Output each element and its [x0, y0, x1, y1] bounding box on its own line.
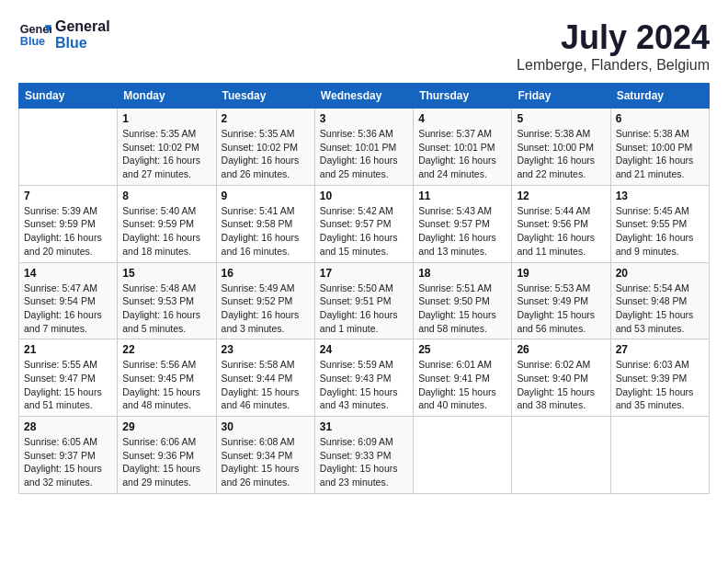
calendar-cell: 31Sunrise: 6:09 AM Sunset: 9:33 PM Dayli…: [314, 417, 413, 494]
day-info: Sunrise: 5:47 AM Sunset: 9:54 PM Dayligh…: [24, 282, 112, 336]
day-info: Sunrise: 5:35 AM Sunset: 10:02 PM Daylig…: [122, 127, 210, 181]
day-number: 28: [24, 420, 112, 433]
day-number: 10: [320, 190, 408, 202]
day-info: Sunrise: 5:36 AM Sunset: 10:01 PM Daylig…: [320, 127, 408, 181]
day-number: 20: [616, 267, 704, 280]
day-info: Sunrise: 5:37 AM Sunset: 10:01 PM Daylig…: [418, 127, 506, 181]
calendar-cell: 21Sunrise: 5:55 AM Sunset: 9:47 PM Dayli…: [19, 339, 118, 417]
day-number: 11: [418, 190, 506, 202]
day-info: Sunrise: 5:41 AM Sunset: 9:58 PM Dayligh…: [222, 204, 310, 259]
day-info: Sunrise: 5:54 AM Sunset: 9:48 PM Dayligh…: [616, 282, 704, 336]
calendar-cell: 12Sunrise: 5:44 AM Sunset: 9:56 PM Dayli…: [512, 185, 610, 262]
day-info: Sunrise: 5:58 AM Sunset: 9:44 PM Dayligh…: [222, 358, 310, 412]
day-info: Sunrise: 5:56 AM Sunset: 9:45 PM Dayligh…: [122, 358, 210, 412]
day-number: 14: [24, 267, 112, 280]
day-number: 21: [24, 343, 112, 356]
month-year: July 2024: [517, 18, 710, 57]
day-number: 23: [222, 343, 310, 356]
calendar-cell: 13Sunrise: 5:45 AM Sunset: 9:55 PM Dayli…: [610, 185, 709, 262]
day-info: Sunrise: 6:05 AM Sunset: 9:37 PM Dayligh…: [24, 435, 112, 489]
logo-line1: General: [55, 18, 110, 35]
day-info: Sunrise: 6:09 AM Sunset: 9:33 PM Dayligh…: [320, 435, 408, 489]
day-info: Sunrise: 6:03 AM Sunset: 9:39 PM Dayligh…: [616, 358, 704, 412]
day-number: 17: [320, 267, 408, 280]
day-info: Sunrise: 5:48 AM Sunset: 9:53 PM Dayligh…: [122, 282, 210, 336]
day-number: 22: [122, 343, 210, 356]
calendar-cell: 8Sunrise: 5:40 AM Sunset: 9:59 PM Daylig…: [118, 185, 216, 262]
day-info: Sunrise: 5:49 AM Sunset: 9:52 PM Dayligh…: [222, 282, 310, 336]
title-area: July 2024 Lemberge, Flanders, Belgium: [517, 18, 710, 74]
day-number: 7: [24, 190, 112, 202]
calendar-cell: 7Sunrise: 5:39 AM Sunset: 9:59 PM Daylig…: [19, 185, 118, 262]
calendar-cell: [512, 417, 610, 494]
day-number: 24: [320, 343, 408, 356]
day-info: Sunrise: 5:53 AM Sunset: 9:49 PM Dayligh…: [517, 282, 605, 336]
calendar-cell: 1Sunrise: 5:35 AM Sunset: 10:02 PM Dayli…: [118, 109, 216, 186]
calendar-cell: [19, 109, 118, 186]
calendar-week-row: 21Sunrise: 5:55 AM Sunset: 9:47 PM Dayli…: [19, 339, 710, 417]
calendar-header: SundayMondayTuesdayWednesdayThursdayFrid…: [19, 84, 710, 109]
calendar-cell: 3Sunrise: 5:36 AM Sunset: 10:01 PM Dayli…: [314, 109, 413, 186]
day-info: Sunrise: 5:40 AM Sunset: 9:59 PM Dayligh…: [122, 204, 210, 259]
header: General Blue General Blue July 2024 Lemb…: [18, 18, 710, 74]
calendar-cell: 6Sunrise: 5:38 AM Sunset: 10:00 PM Dayli…: [610, 109, 709, 186]
calendar-cell: 17Sunrise: 5:50 AM Sunset: 9:51 PM Dayli…: [314, 262, 413, 339]
day-info: Sunrise: 5:39 AM Sunset: 9:59 PM Dayligh…: [24, 204, 112, 259]
day-info: Sunrise: 6:02 AM Sunset: 9:40 PM Dayligh…: [517, 358, 605, 412]
weekday-header: Friday: [512, 84, 610, 109]
day-info: Sunrise: 5:43 AM Sunset: 9:57 PM Dayligh…: [418, 204, 506, 259]
calendar-cell: 25Sunrise: 6:01 AM Sunset: 9:41 PM Dayli…: [414, 339, 512, 417]
calendar-cell: 30Sunrise: 6:08 AM Sunset: 9:34 PM Dayli…: [216, 417, 314, 494]
logo-icon: General Blue: [18, 18, 51, 52]
day-info: Sunrise: 5:44 AM Sunset: 9:56 PM Dayligh…: [517, 204, 605, 259]
calendar-cell: 26Sunrise: 6:02 AM Sunset: 9:40 PM Dayli…: [512, 339, 610, 417]
day-number: 9: [222, 190, 310, 202]
day-info: Sunrise: 5:50 AM Sunset: 9:51 PM Dayligh…: [320, 282, 408, 336]
calendar-cell: 22Sunrise: 5:56 AM Sunset: 9:45 PM Dayli…: [118, 339, 216, 417]
calendar-cell: 11Sunrise: 5:43 AM Sunset: 9:57 PM Dayli…: [414, 185, 512, 262]
calendar-week-row: 28Sunrise: 6:05 AM Sunset: 9:37 PM Dayli…: [19, 417, 710, 494]
day-info: Sunrise: 5:38 AM Sunset: 10:00 PM Daylig…: [517, 127, 605, 181]
day-number: 26: [517, 343, 605, 356]
calendar-cell: 10Sunrise: 5:42 AM Sunset: 9:57 PM Dayli…: [314, 185, 413, 262]
day-number: 15: [122, 267, 210, 280]
day-number: 4: [418, 112, 506, 125]
calendar: SundayMondayTuesdayWednesdayThursdayFrid…: [18, 83, 710, 494]
calendar-cell: 20Sunrise: 5:54 AM Sunset: 9:48 PM Dayli…: [610, 262, 709, 339]
day-number: 13: [616, 190, 704, 202]
weekday-header: Thursday: [414, 84, 512, 109]
day-number: 27: [616, 343, 704, 356]
weekday-header: Wednesday: [314, 84, 413, 109]
day-number: 18: [418, 267, 506, 280]
calendar-cell: 4Sunrise: 5:37 AM Sunset: 10:01 PM Dayli…: [414, 109, 512, 186]
day-number: 5: [517, 112, 605, 125]
day-number: 31: [320, 420, 408, 433]
day-info: Sunrise: 5:35 AM Sunset: 10:02 PM Daylig…: [222, 127, 310, 181]
calendar-cell: 28Sunrise: 6:05 AM Sunset: 9:37 PM Dayli…: [19, 417, 118, 494]
day-info: Sunrise: 5:55 AM Sunset: 9:47 PM Dayligh…: [24, 358, 112, 412]
day-number: 1: [122, 112, 210, 125]
calendar-cell: 18Sunrise: 5:51 AM Sunset: 9:50 PM Dayli…: [414, 262, 512, 339]
day-number: 12: [517, 190, 605, 202]
calendar-cell: 5Sunrise: 5:38 AM Sunset: 10:00 PM Dayli…: [512, 109, 610, 186]
weekday-header: Monday: [118, 84, 216, 109]
calendar-cell: 9Sunrise: 5:41 AM Sunset: 9:58 PM Daylig…: [216, 185, 314, 262]
day-number: 30: [222, 420, 310, 433]
calendar-cell: 14Sunrise: 5:47 AM Sunset: 9:54 PM Dayli…: [19, 262, 118, 339]
calendar-week-row: 14Sunrise: 5:47 AM Sunset: 9:54 PM Dayli…: [19, 262, 710, 339]
calendar-cell: 15Sunrise: 5:48 AM Sunset: 9:53 PM Dayli…: [118, 262, 216, 339]
day-info: Sunrise: 5:51 AM Sunset: 9:50 PM Dayligh…: [418, 282, 506, 336]
day-number: 16: [222, 267, 310, 280]
weekday-header: Tuesday: [216, 84, 314, 109]
day-number: 8: [122, 190, 210, 202]
day-info: Sunrise: 5:38 AM Sunset: 10:00 PM Daylig…: [616, 127, 704, 181]
weekday-header: Saturday: [610, 84, 709, 109]
day-info: Sunrise: 6:08 AM Sunset: 9:34 PM Dayligh…: [222, 435, 310, 489]
day-number: 6: [616, 112, 704, 125]
day-info: Sunrise: 5:42 AM Sunset: 9:57 PM Dayligh…: [320, 204, 408, 259]
calendar-cell: 16Sunrise: 5:49 AM Sunset: 9:52 PM Dayli…: [216, 262, 314, 339]
weekday-header: Sunday: [19, 84, 118, 109]
day-number: 25: [418, 343, 506, 356]
day-info: Sunrise: 5:59 AM Sunset: 9:43 PM Dayligh…: [320, 358, 408, 412]
day-number: 3: [320, 112, 408, 125]
